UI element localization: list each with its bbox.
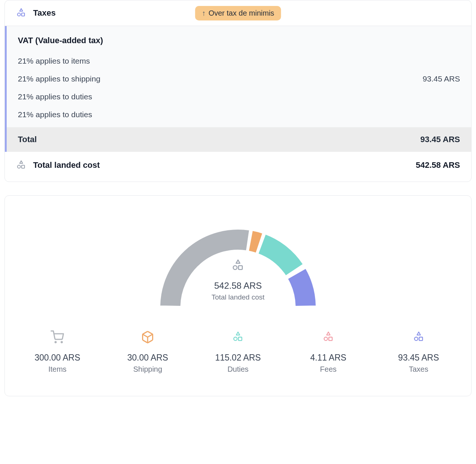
legend-label: Items (16, 365, 99, 374)
vat-line: 21% applies to items (18, 52, 460, 70)
gauge-chart: 542.58 ARS Total landed cost (138, 211, 338, 311)
legend-duties: 115.02 ARS Duties (197, 330, 280, 374)
svg-rect-3 (22, 165, 25, 168)
legend-label: Taxes (377, 365, 460, 374)
vat-line-text: 21% applies to duties (18, 110, 92, 119)
svg-point-0 (17, 13, 20, 16)
gauge-total-label: Total landed cost (138, 293, 338, 301)
svg-point-6 (55, 342, 56, 343)
legend-value: 4.11 ARS (287, 353, 370, 363)
svg-rect-14 (419, 337, 422, 340)
svg-rect-1 (22, 13, 25, 16)
svg-rect-5 (238, 266, 242, 269)
arrow-up-icon: ↑ (202, 9, 206, 17)
total-landed-cost-row: Total landed cost 542.58 ARS (5, 152, 471, 182)
shapes-icon (197, 330, 280, 345)
legend-value: 30.00 ARS (106, 353, 189, 363)
legend-shipping: 30.00 ARS Shipping (106, 330, 189, 374)
legend-label: Duties (197, 365, 280, 374)
legend-label: Fees (287, 365, 370, 374)
box-icon (106, 330, 189, 345)
shapes-icon (231, 259, 245, 272)
svg-rect-10 (238, 337, 242, 340)
vat-line: 21% applies to duties (18, 106, 460, 124)
shapes-icon (287, 330, 370, 345)
taxes-total-value: 93.45 ARS (420, 135, 460, 144)
vat-line-text: 21% applies to shipping (18, 74, 100, 83)
svg-rect-12 (329, 337, 332, 340)
shapes-icon (377, 330, 460, 345)
legend-value: 115.02 ARS (197, 353, 280, 363)
legend-value: 300.00 ARS (16, 353, 99, 363)
taxes-total-row: Total 93.45 ARS (5, 127, 471, 152)
taxes-card: Taxes ↑ Over tax de minimis VAT (Value-a… (4, 0, 472, 182)
gauge-center: 542.58 ARS Total landed cost (138, 259, 338, 301)
legend-taxes: 93.45 ARS Taxes (377, 330, 460, 374)
svg-point-7 (61, 342, 62, 343)
chart-legend: 300.00 ARS Items 30.00 ARS Shipping (16, 330, 460, 374)
vat-line-text: 21% applies to duties (18, 92, 92, 101)
legend-value: 93.45 ARS (377, 353, 460, 363)
vat-line: 21% applies to duties (18, 88, 460, 106)
shapes-icon (16, 8, 26, 18)
svg-point-11 (324, 337, 327, 340)
taxes-total-label: Total (18, 135, 37, 144)
legend-label: Shipping (106, 365, 189, 374)
vat-line: 21% applies to shipping 93.45 ARS (18, 70, 460, 88)
taxes-title: Taxes (33, 8, 56, 18)
legend-items: 300.00 ARS Items (16, 330, 99, 374)
badge-text: Over tax de minimis (209, 9, 274, 17)
svg-point-9 (234, 337, 237, 340)
cart-icon (16, 330, 99, 345)
landed-cost-chart-card: 542.58 ARS Total landed cost 300.00 ARS … (4, 195, 472, 396)
over-de-minimis-badge: ↑ Over tax de minimis (195, 6, 281, 20)
vat-line-amount: 93.45 ARS (423, 74, 460, 83)
svg-point-2 (17, 165, 20, 168)
vat-title: VAT (Value-added tax) (18, 36, 460, 45)
landed-cost-label: Total landed cost (33, 160, 100, 170)
gauge-wrap: 542.58 ARS Total landed cost (16, 211, 460, 311)
taxes-header: Taxes ↑ Over tax de minimis (5, 0, 471, 26)
shapes-icon (16, 160, 26, 170)
gauge-total-value: 542.58 ARS (138, 281, 338, 291)
svg-point-13 (414, 337, 418, 340)
vat-detail-block: VAT (Value-added tax) 21% applies to ite… (5, 26, 471, 127)
landed-cost-value: 542.58 ARS (416, 160, 460, 170)
legend-fees: 4.11 ARS Fees (287, 330, 370, 374)
svg-point-4 (233, 266, 237, 269)
vat-line-text: 21% applies to items (18, 57, 90, 65)
